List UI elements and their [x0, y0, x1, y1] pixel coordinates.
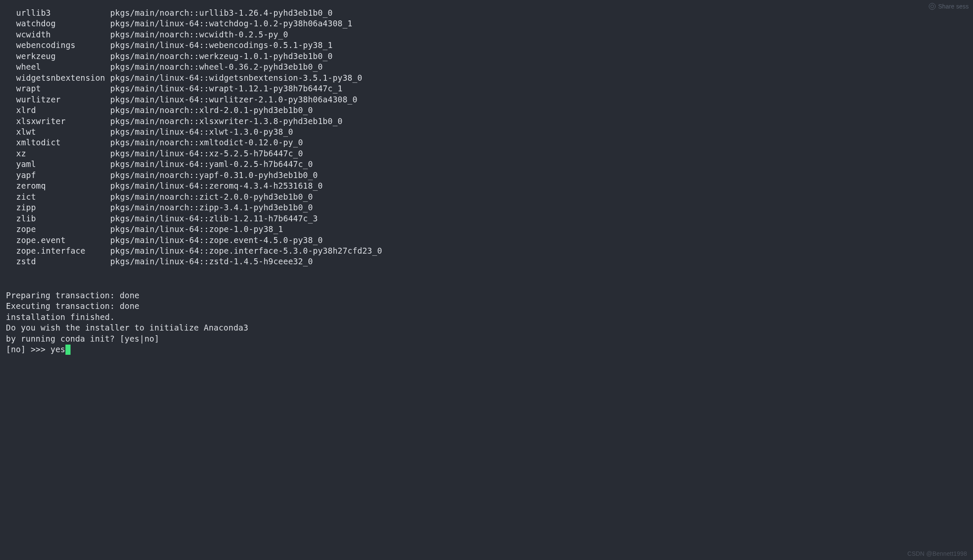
package-row: zipp pkgs/main/noarch::zipp-3.4.1-pyhd3e…: [16, 202, 967, 213]
package-row: zeromq pkgs/main/linux-64::zeromq-4.3.4-…: [16, 181, 967, 191]
status-question-2: by running conda init? [yes|no]: [6, 334, 967, 344]
package-row: yapf pkgs/main/noarch::yapf-0.31.0-pyhd3…: [16, 170, 967, 181]
status-finished: installation finished.: [6, 312, 967, 322]
package-row: zict pkgs/main/noarch::zict-2.0.0-pyhd3e…: [16, 192, 967, 202]
cursor: [65, 345, 71, 355]
package-list: urllib3 pkgs/main/noarch::urllib3-1.26.4…: [16, 8, 967, 267]
status-preparing: Preparing transaction: done: [6, 290, 967, 301]
package-row: zope pkgs/main/linux-64::zope-1.0-py38_1: [16, 224, 967, 235]
package-row: widgetsnbextension pkgs/main/linux-64::w…: [16, 73, 967, 83]
package-row: xlsxwriter pkgs/main/noarch::xlsxwriter-…: [16, 116, 967, 127]
package-row: wcwidth pkgs/main/noarch::wcwidth-0.2.5-…: [16, 29, 967, 40]
package-row: wrapt pkgs/main/linux-64::wrapt-1.12.1-p…: [16, 83, 967, 94]
share-label: Share sess: [938, 3, 969, 11]
status-executing: Executing transaction: done: [6, 301, 967, 311]
status-question-1: Do you wish the installer to initialize …: [6, 322, 967, 333]
package-row: zope.event pkgs/main/linux-64::zope.even…: [16, 235, 967, 246]
package-row: wheel pkgs/main/noarch::wheel-0.36.2-pyh…: [16, 62, 967, 72]
prompt-line[interactable]: [no] >>> yes: [6, 344, 967, 355]
watermark: CSDN @Bennett1998: [907, 550, 967, 558]
prompt-input: yes: [51, 345, 65, 354]
package-row: werkzeug pkgs/main/noarch::werkzeug-1.0.…: [16, 51, 967, 62]
package-row: watchdog pkgs/main/linux-64::watchdog-1.…: [16, 18, 967, 29]
package-row: zope.interface pkgs/main/linux-64::zope.…: [16, 246, 967, 256]
package-row: xlwt pkgs/main/linux-64::xlwt-1.3.0-py38…: [16, 127, 967, 137]
prompt-prefix: [no] >>>: [6, 345, 51, 354]
package-row: xlrd pkgs/main/noarch::xlrd-2.0.1-pyhd3e…: [16, 105, 967, 116]
package-row: yaml pkgs/main/linux-64::yaml-0.2.5-h7b6…: [16, 159, 967, 170]
package-row: xmltodict pkgs/main/noarch::xmltodict-0.…: [16, 137, 967, 148]
package-row: zlib pkgs/main/linux-64::zlib-1.2.11-h7b…: [16, 213, 967, 224]
package-row: urllib3 pkgs/main/noarch::urllib3-1.26.4…: [16, 8, 967, 18]
package-row: webencodings pkgs/main/linux-64::webenco…: [16, 40, 967, 51]
package-row: xz pkgs/main/linux-64::xz-5.2.5-h7b6447c…: [16, 148, 967, 159]
package-row: wurlitzer pkgs/main/linux-64::wurlitzer-…: [16, 94, 967, 105]
package-row: zstd pkgs/main/linux-64::zstd-1.4.5-h9ce…: [16, 256, 967, 267]
broadcast-icon: [929, 3, 936, 10]
status-block: Preparing transaction: done Executing tr…: [6, 290, 967, 355]
share-session-button[interactable]: Share sess: [929, 3, 969, 11]
